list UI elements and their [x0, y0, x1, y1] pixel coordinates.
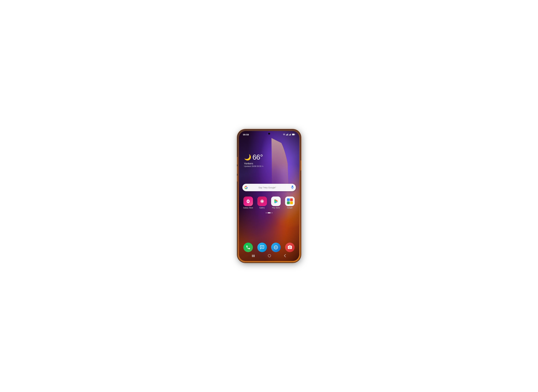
- svg-rect-11: [295, 134, 295, 135]
- gallery-icon: [257, 196, 267, 206]
- dock-messages[interactable]: [256, 243, 268, 252]
- weather-city: Yonkers: [244, 162, 264, 165]
- bixby-button[interactable]: [237, 176, 238, 182]
- battery-icon: [292, 134, 295, 136]
- page-dot-2: [267, 212, 271, 213]
- app-gallery[interactable]: Gallery: [256, 196, 268, 209]
- svg-rect-3: [287, 134, 287, 135]
- signal-bars-icon: [286, 134, 288, 136]
- camera-icon: [285, 243, 295, 252]
- recent-apps-button[interactable]: [252, 254, 255, 258]
- svg-rect-27: [254, 255, 255, 257]
- volume-up-button[interactable]: [237, 157, 238, 164]
- wifi-icon: [283, 134, 285, 136]
- gallery-label: Gallery: [259, 207, 265, 209]
- svg-rect-25: [252, 255, 252, 257]
- weather-temperature: 66°: [252, 153, 263, 161]
- svg-point-0: [284, 135, 284, 135]
- dock-camera[interactable]: [284, 243, 296, 252]
- svg-point-18: [262, 200, 262, 201]
- play-store-icon: [271, 196, 281, 206]
- svg-rect-12: [292, 134, 294, 135]
- power-button[interactable]: [301, 160, 301, 170]
- phone-icon: [243, 243, 253, 252]
- svg-point-28: [268, 254, 271, 257]
- app-google[interactable]: Google: [284, 196, 296, 209]
- svg-rect-6: [289, 135, 289, 135]
- galaxy-store-label: Galaxy Store: [243, 207, 253, 209]
- dock-phone[interactable]: [242, 243, 254, 252]
- page-wrapper: 09:59: [0, 0, 538, 392]
- svg-rect-8: [290, 134, 290, 135]
- app-dock: [242, 243, 296, 252]
- google-search-bar[interactable]: Say "Hey Google": [242, 184, 296, 191]
- svg-rect-1: [286, 135, 286, 135]
- phone-device: 09:59: [238, 130, 301, 262]
- volume-down-button[interactable]: [237, 166, 238, 174]
- search-placeholder: Say "Hey Google": [244, 186, 291, 189]
- status-time: 09:59: [243, 133, 249, 136]
- google-app-label: Google: [287, 207, 293, 209]
- svg-rect-26: [253, 255, 254, 257]
- app-play-store[interactable]: Play Store: [270, 196, 282, 209]
- back-button[interactable]: [284, 254, 286, 258]
- svg-point-21: [263, 201, 263, 202]
- status-icons: [283, 134, 295, 136]
- front-camera: [268, 133, 270, 135]
- svg-rect-5: [288, 134, 288, 135]
- screen-bezel: 09:59: [239, 131, 299, 261]
- galaxy-store-icon: [243, 196, 253, 206]
- dock-internet[interactable]: [270, 243, 282, 252]
- svg-point-20: [261, 201, 261, 202]
- svg-rect-13: [292, 186, 293, 187]
- messages-icon: [257, 243, 267, 252]
- phone-screen: 09:59: [239, 131, 299, 261]
- page-dot-3: [271, 212, 272, 213]
- microphone-icon[interactable]: [291, 186, 294, 190]
- page-indicator: [266, 212, 272, 213]
- signal-icon2: [289, 134, 291, 136]
- page-dot-1: [266, 212, 267, 213]
- play-store-label: Play Store: [272, 207, 280, 209]
- svg-rect-7: [290, 134, 290, 135]
- wallpaper: [239, 131, 299, 261]
- internet-icon: [271, 243, 281, 252]
- app-galaxy-store[interactable]: Galaxy Store: [242, 196, 254, 209]
- refresh-icon: ↻: [262, 165, 263, 167]
- google-icon: [285, 196, 295, 206]
- svg-rect-9: [290, 134, 291, 135]
- weather-updated: Updated 26/08 09:55 ↻: [244, 165, 264, 167]
- navigation-bar: [239, 253, 299, 259]
- weather-icon: 🌙: [244, 154, 251, 160]
- weather-widget: 🌙 66° Yonkers Updated 26/08 09:55 ↻: [244, 153, 264, 167]
- home-button[interactable]: [268, 254, 271, 258]
- svg-point-19: [262, 202, 262, 203]
- svg-rect-2: [286, 134, 287, 135]
- app-grid: Galaxy Store: [242, 196, 296, 209]
- svg-rect-4: [287, 134, 288, 135]
